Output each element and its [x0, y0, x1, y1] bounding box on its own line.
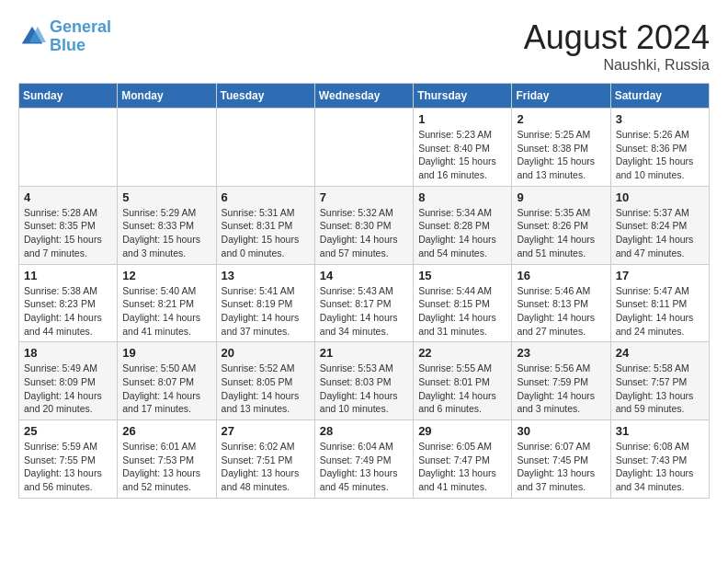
table-row: 29Sunrise: 6:05 AM Sunset: 7:47 PM Dayli…	[414, 420, 512, 499]
day-number: 6	[222, 190, 310, 204]
day-number: 18	[24, 346, 112, 360]
day-number: 15	[418, 269, 506, 282]
table-row: 17Sunrise: 5:47 AM Sunset: 8:11 PM Dayli…	[610, 264, 709, 342]
day-number: 9	[517, 190, 605, 204]
table-row: 16Sunrise: 5:46 AM Sunset: 8:13 PM Dayli…	[512, 264, 610, 342]
table-row: 26Sunrise: 6:01 AM Sunset: 7:53 PM Dayli…	[118, 420, 216, 499]
header-tuesday: Tuesday	[216, 84, 314, 109]
day-number: 29	[418, 424, 506, 438]
day-number: 14	[320, 269, 408, 282]
header-saturday: Saturday	[610, 84, 709, 109]
table-row: 15Sunrise: 5:44 AM Sunset: 8:15 PM Dayli…	[414, 264, 512, 342]
location: Naushki, Russia	[524, 57, 710, 74]
table-row	[314, 109, 413, 187]
day-number: 12	[122, 269, 210, 282]
day-number: 31	[616, 424, 704, 438]
month-year: August 2024	[524, 18, 710, 57]
header-sunday: Sunday	[19, 84, 118, 109]
day-info: Sunrise: 5:55 AM Sunset: 8:01 PM Dayligh…	[418, 362, 506, 416]
day-number: 11	[24, 269, 112, 282]
logo-line2: Blue	[50, 36, 85, 54]
day-info: Sunrise: 6:04 AM Sunset: 7:49 PM Dayligh…	[320, 440, 408, 494]
table-row	[118, 109, 216, 187]
day-number: 20	[222, 346, 310, 360]
table-row: 8Sunrise: 5:34 AM Sunset: 8:28 PM Daylig…	[414, 186, 512, 264]
day-info: Sunrise: 5:47 AM Sunset: 8:11 PM Dayligh…	[616, 284, 704, 339]
day-number: 16	[517, 269, 605, 282]
logo-text: General Blue	[50, 18, 111, 55]
day-number: 28	[320, 424, 408, 438]
day-info: Sunrise: 6:05 AM Sunset: 7:47 PM Dayligh…	[418, 440, 506, 494]
header-friday: Friday	[512, 84, 610, 109]
day-info: Sunrise: 5:52 AM Sunset: 8:05 PM Dayligh…	[222, 362, 310, 416]
table-row: 3Sunrise: 5:26 AM Sunset: 8:36 PM Daylig…	[610, 109, 709, 187]
table-row: 28Sunrise: 6:04 AM Sunset: 7:49 PM Dayli…	[314, 420, 413, 499]
table-row: 27Sunrise: 6:02 AM Sunset: 7:51 PM Dayli…	[216, 420, 314, 499]
day-number: 10	[616, 190, 704, 204]
table-row: 31Sunrise: 6:08 AM Sunset: 7:43 PM Dayli…	[610, 420, 709, 499]
day-info: Sunrise: 6:01 AM Sunset: 7:53 PM Dayligh…	[122, 440, 210, 494]
header-wednesday: Wednesday	[314, 84, 413, 109]
day-info: Sunrise: 5:28 AM Sunset: 8:35 PM Dayligh…	[24, 206, 112, 260]
day-info: Sunrise: 5:59 AM Sunset: 7:55 PM Dayligh…	[24, 440, 112, 494]
day-info: Sunrise: 5:56 AM Sunset: 7:59 PM Dayligh…	[517, 362, 605, 416]
table-row: 1Sunrise: 5:23 AM Sunset: 8:40 PM Daylig…	[414, 109, 512, 187]
day-info: Sunrise: 5:40 AM Sunset: 8:21 PM Dayligh…	[122, 284, 210, 339]
day-number: 8	[418, 190, 506, 204]
day-info: Sunrise: 5:37 AM Sunset: 8:24 PM Dayligh…	[616, 206, 704, 260]
day-info: Sunrise: 5:46 AM Sunset: 8:13 PM Dayligh…	[517, 284, 605, 339]
table-row: 9Sunrise: 5:35 AM Sunset: 8:26 PM Daylig…	[512, 186, 610, 264]
day-info: Sunrise: 5:31 AM Sunset: 8:31 PM Dayligh…	[222, 206, 310, 260]
week-row-4: 18Sunrise: 5:49 AM Sunset: 8:09 PM Dayli…	[19, 342, 710, 420]
week-row-2: 4Sunrise: 5:28 AM Sunset: 8:35 PM Daylig…	[19, 186, 710, 264]
day-info: Sunrise: 5:32 AM Sunset: 8:30 PM Dayligh…	[320, 206, 408, 260]
logo: General Blue	[18, 18, 111, 55]
day-info: Sunrise: 5:34 AM Sunset: 8:28 PM Dayligh…	[418, 206, 506, 260]
day-number: 19	[122, 346, 210, 360]
day-number: 24	[616, 346, 704, 360]
day-info: Sunrise: 5:38 AM Sunset: 8:23 PM Dayligh…	[24, 284, 112, 339]
table-row: 12Sunrise: 5:40 AM Sunset: 8:21 PM Dayli…	[118, 264, 216, 342]
day-info: Sunrise: 6:07 AM Sunset: 7:45 PM Dayligh…	[517, 440, 605, 494]
table-row: 30Sunrise: 6:07 AM Sunset: 7:45 PM Dayli…	[512, 420, 610, 499]
table-row: 19Sunrise: 5:50 AM Sunset: 8:07 PM Dayli…	[118, 342, 216, 420]
day-number: 13	[222, 269, 310, 282]
day-info: Sunrise: 5:41 AM Sunset: 8:19 PM Dayligh…	[222, 284, 310, 339]
table-row	[19, 109, 118, 187]
day-info: Sunrise: 5:29 AM Sunset: 8:33 PM Dayligh…	[122, 206, 210, 260]
day-number: 27	[222, 424, 310, 438]
day-info: Sunrise: 6:08 AM Sunset: 7:43 PM Dayligh…	[616, 440, 704, 494]
day-info: Sunrise: 5:25 AM Sunset: 8:38 PM Dayligh…	[517, 128, 605, 182]
day-number: 26	[122, 424, 210, 438]
table-row: 18Sunrise: 5:49 AM Sunset: 8:09 PM Dayli…	[19, 342, 118, 420]
day-number: 25	[24, 424, 112, 438]
table-row: 11Sunrise: 5:38 AM Sunset: 8:23 PM Dayli…	[19, 264, 118, 342]
calendar: Sunday Monday Tuesday Wednesday Thursday…	[18, 83, 710, 499]
day-number: 22	[418, 346, 506, 360]
table-row	[216, 109, 314, 187]
day-info: Sunrise: 5:43 AM Sunset: 8:17 PM Dayligh…	[320, 284, 408, 339]
table-row: 6Sunrise: 5:31 AM Sunset: 8:31 PM Daylig…	[216, 186, 314, 264]
week-row-1: 1Sunrise: 5:23 AM Sunset: 8:40 PM Daylig…	[19, 109, 710, 187]
day-info: Sunrise: 5:50 AM Sunset: 8:07 PM Dayligh…	[122, 362, 210, 416]
day-number: 1	[418, 112, 506, 126]
day-info: Sunrise: 5:44 AM Sunset: 8:15 PM Dayligh…	[418, 284, 506, 339]
day-number: 23	[517, 346, 605, 360]
title-block: August 2024 Naushki, Russia	[524, 18, 710, 74]
table-row: 25Sunrise: 5:59 AM Sunset: 7:55 PM Dayli…	[19, 420, 118, 499]
day-number: 5	[122, 190, 210, 204]
week-row-5: 25Sunrise: 5:59 AM Sunset: 7:55 PM Dayli…	[19, 420, 710, 499]
page-header: General Blue August 2024 Naushki, Russia	[18, 18, 710, 74]
day-info: Sunrise: 6:02 AM Sunset: 7:51 PM Dayligh…	[222, 440, 310, 494]
day-info: Sunrise: 5:23 AM Sunset: 8:40 PM Dayligh…	[418, 128, 506, 182]
weekday-header-row: Sunday Monday Tuesday Wednesday Thursday…	[19, 84, 710, 109]
table-row: 13Sunrise: 5:41 AM Sunset: 8:19 PM Dayli…	[216, 264, 314, 342]
header-monday: Monday	[118, 84, 216, 109]
table-row: 4Sunrise: 5:28 AM Sunset: 8:35 PM Daylig…	[19, 186, 118, 264]
table-row: 23Sunrise: 5:56 AM Sunset: 7:59 PM Dayli…	[512, 342, 610, 420]
day-info: Sunrise: 5:53 AM Sunset: 8:03 PM Dayligh…	[320, 362, 408, 416]
week-row-3: 11Sunrise: 5:38 AM Sunset: 8:23 PM Dayli…	[19, 264, 710, 342]
table-row: 21Sunrise: 5:53 AM Sunset: 8:03 PM Dayli…	[314, 342, 413, 420]
table-row: 22Sunrise: 5:55 AM Sunset: 8:01 PM Dayli…	[414, 342, 512, 420]
table-row: 5Sunrise: 5:29 AM Sunset: 8:33 PM Daylig…	[118, 186, 216, 264]
